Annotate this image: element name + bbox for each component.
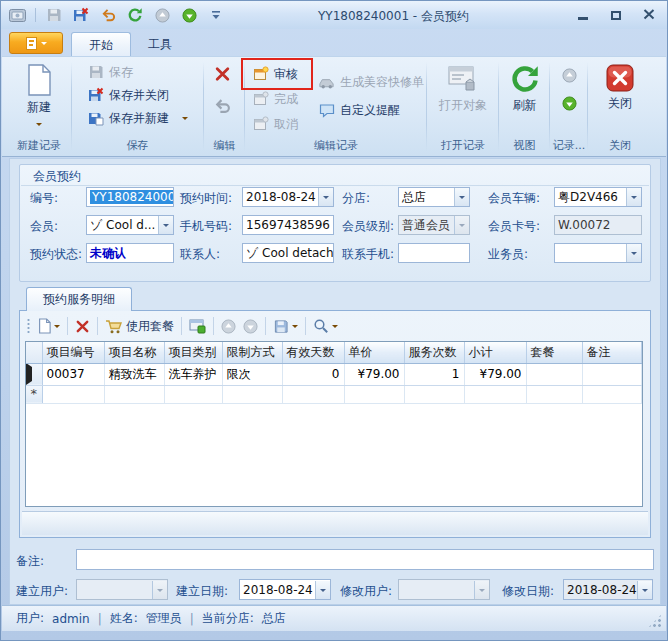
vehicle-combo[interactable]: 粤D2V466 xyxy=(554,187,642,207)
cell-service-times[interactable]: 1 xyxy=(404,363,464,385)
title-bar: YY1808240001 - 会员预约 xyxy=(1,1,667,29)
column-header[interactable]: 限制方式 xyxy=(222,342,282,363)
resize-grip[interactable] xyxy=(648,614,662,628)
column-header[interactable]: 服务次数 xyxy=(404,342,464,363)
cancel-button[interactable]: 取消 xyxy=(252,113,298,135)
empty-cell[interactable] xyxy=(526,385,582,403)
save-and-new-button[interactable]: 保存并新建 xyxy=(87,107,188,129)
save-close-icon[interactable] xyxy=(72,6,90,24)
column-header[interactable]: 备注 xyxy=(582,342,642,363)
cell-item-category[interactable]: 洗车养护 xyxy=(164,363,222,385)
restore-button[interactable] xyxy=(609,9,622,20)
new-button[interactable]: 新建 xyxy=(9,60,69,136)
empty-cell[interactable] xyxy=(104,385,164,403)
branch-label: 分店: xyxy=(342,190,370,207)
contact-phone-field[interactable] xyxy=(398,243,470,263)
save-icon[interactable] xyxy=(45,6,63,24)
row-down-button[interactable] xyxy=(243,319,258,334)
previous-record-button[interactable] xyxy=(561,64,578,86)
empty-cell[interactable] xyxy=(164,385,222,403)
chevron-down-icon[interactable] xyxy=(454,188,469,206)
branch-combo[interactable]: 总店 xyxy=(398,187,470,207)
move-down-icon[interactable] xyxy=(180,6,198,24)
member-level-label: 会员级别: xyxy=(342,218,394,235)
select-item-button[interactable] xyxy=(189,318,206,334)
tab-service-detail[interactable]: 预约服务明细 xyxy=(26,287,132,311)
cell-remark[interactable] xyxy=(582,363,642,385)
column-header[interactable]: 套餐 xyxy=(526,342,582,363)
column-header[interactable]: 小计 xyxy=(464,342,526,363)
chevron-down-icon[interactable] xyxy=(626,188,641,206)
column-header[interactable]: 项目编号 xyxy=(42,342,104,363)
chat-bubble-icon xyxy=(318,102,335,119)
close-window-button[interactable] xyxy=(642,9,655,20)
column-header[interactable]: 有效天数 xyxy=(282,342,344,363)
new-row-indicator[interactable]: * xyxy=(26,385,42,403)
cell-item-no[interactable]: 00037 xyxy=(42,363,104,385)
move-up-icon[interactable] xyxy=(153,6,171,24)
empty-cell[interactable] xyxy=(464,385,526,403)
chevron-down-icon[interactable] xyxy=(637,581,652,599)
toolbar-grip[interactable] xyxy=(27,318,30,334)
reserve-time-combo[interactable]: 2018-08-24 xyxy=(242,187,334,207)
cell-package[interactable] xyxy=(526,363,582,385)
modify-date-combo[interactable]: 2018-08-24 xyxy=(563,579,653,600)
refresh-button[interactable]: 刷新 xyxy=(501,60,548,136)
empty-cell[interactable] xyxy=(582,385,642,403)
close-button[interactable]: 关闭 xyxy=(590,60,650,136)
tab-tools[interactable]: 工具 xyxy=(131,32,189,56)
delete-button[interactable] xyxy=(214,63,231,85)
delete-row-button[interactable] xyxy=(75,319,90,334)
empty-cell[interactable] xyxy=(282,385,344,403)
generate-beauty-order-button[interactable]: 生成美容快修单 xyxy=(318,71,424,93)
column-header[interactable]: 项目类别 xyxy=(164,342,222,363)
undo-button[interactable] xyxy=(214,95,231,117)
use-package-button[interactable]: 使用套餐 xyxy=(105,318,174,335)
empty-cell[interactable] xyxy=(222,385,282,403)
salesman-combo[interactable] xyxy=(554,243,642,263)
group-label-new-record: 新建记录 xyxy=(8,138,70,153)
tab-start[interactable]: 开始 xyxy=(71,32,131,56)
cell-valid-days[interactable]: 0 xyxy=(282,363,344,385)
add-row-button[interactable] xyxy=(37,318,60,334)
create-date-combo[interactable]: 2018-08-24 xyxy=(239,579,331,600)
empty-cell[interactable] xyxy=(404,385,464,403)
chevron-down-icon[interactable] xyxy=(158,216,173,234)
card-no-label: 会员卡号: xyxy=(488,218,540,235)
column-header[interactable]: 单价 xyxy=(344,342,404,363)
phone-field[interactable]: 15697438596 xyxy=(242,215,334,235)
selector-header[interactable] xyxy=(26,342,42,363)
application-menu-button[interactable] xyxy=(9,32,63,54)
column-header[interactable]: 项目名称 xyxy=(104,342,164,363)
empty-cell[interactable] xyxy=(42,385,104,403)
save-button[interactable]: 保存 xyxy=(87,61,133,83)
row-up-button[interactable] xyxy=(221,319,236,334)
member-level-combo[interactable]: 普通会员 xyxy=(398,215,470,235)
export-button[interactable] xyxy=(273,319,298,334)
finish-button[interactable]: 完成 xyxy=(252,88,298,110)
empty-cell[interactable] xyxy=(344,385,404,403)
new-button-label: 新建 xyxy=(27,99,51,116)
no-label: 编号: xyxy=(30,190,58,207)
chevron-down-icon[interactable] xyxy=(318,188,333,206)
refresh-icon[interactable] xyxy=(126,6,144,24)
current-row-indicator[interactable] xyxy=(26,363,42,385)
chevron-down-icon[interactable] xyxy=(626,244,641,262)
remark-input[interactable] xyxy=(76,549,654,570)
search-button[interactable] xyxy=(313,318,338,334)
content-area: 会员预约 编号: YY180824000 预约时间: 2018-08-24 分店… xyxy=(9,158,661,605)
next-record-button[interactable] xyxy=(561,92,578,114)
contact-field[interactable]: ゾ Cool detachr xyxy=(242,243,334,263)
cell-item-name[interactable]: 精致洗车 xyxy=(104,363,164,385)
member-combo[interactable]: ゾ Cool d... xyxy=(86,215,174,235)
cell-unit-price[interactable]: ¥79.00 xyxy=(344,363,404,385)
no-field[interactable]: YY180824000 xyxy=(86,187,174,207)
cell-limit-mode[interactable]: 限次 xyxy=(222,363,282,385)
cell-subtotal[interactable]: ¥79.00 xyxy=(464,363,526,385)
open-object-button[interactable]: 打开对象 xyxy=(429,60,497,136)
minimize-button[interactable] xyxy=(576,9,589,20)
custom-reminder-button[interactable]: 自定义提醒 xyxy=(318,99,400,121)
chevron-down-icon[interactable] xyxy=(315,581,330,599)
save-and-close-button[interactable]: 保存并关闭 xyxy=(87,84,169,106)
undo-icon[interactable] xyxy=(99,6,117,24)
